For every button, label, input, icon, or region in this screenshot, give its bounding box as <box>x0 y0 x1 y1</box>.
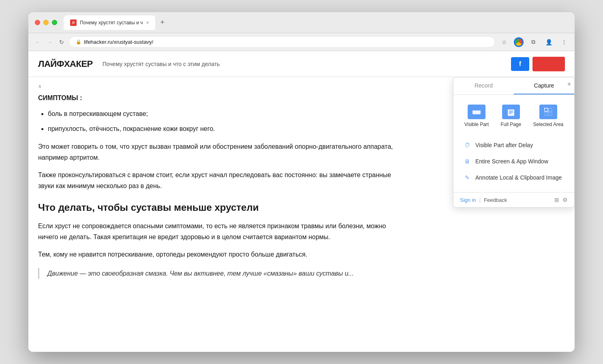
fb-icon: f <box>519 60 521 68</box>
tab-bar: Л Почему хрустят суставы и ч × + <box>64 15 568 30</box>
article-para-3: Если хруст не сопровождается опасными си… <box>38 221 408 242</box>
sign-in-link[interactable]: Sign in <box>460 197 476 203</box>
symptoms-section: СИМПТОМЫ : боль в потрескивающем суставе… <box>38 92 408 135</box>
refresh-button[interactable]: ↻ <box>58 37 66 47</box>
menu-annotate-label: Annotate Local & Clipboard Image <box>475 174 562 181</box>
visible-part-label: Visible Part <box>464 122 489 127</box>
url-bar[interactable]: 🔒 lifehacker.ru/xrustyat-sustavy/ <box>69 36 495 48</box>
annotate-icon: ✎ <box>463 173 471 182</box>
tab-favicon: Л <box>70 19 77 26</box>
capture-selected-area[interactable]: Selected Area <box>530 101 567 131</box>
svg-rect-8 <box>545 108 548 111</box>
site-tagline: Почему хрустят суставы и что с этим дела… <box>103 61 511 67</box>
svg-rect-1 <box>473 109 481 110</box>
svg-rect-10 <box>545 112 548 116</box>
maximize-traffic-light[interactable] <box>52 20 57 25</box>
svg-rect-11 <box>549 112 552 116</box>
menu-entire-screen-label: Entire Screen & App Window <box>475 158 548 165</box>
symptom-item-1: боль в потрескивающем суставе; <box>48 108 408 119</box>
chrome-icon <box>514 37 524 47</box>
quote-block: Движение — это своеобразная смазка. Чем … <box>38 268 408 279</box>
forward-button[interactable]: → <box>45 37 54 47</box>
article-para-4: Тем, кому не нравится потрескивание, орт… <box>38 249 408 260</box>
menu-annotate[interactable]: ✎ Annotate Local & Clipboard Image <box>460 169 568 186</box>
site-header: ЛАЙФХАКЕР Почему хрустят суставы и что с… <box>28 51 575 77</box>
delay-icon: ⏱ <box>463 141 471 149</box>
symptom-item-2: припухлость, отёчность, покраснение кожи… <box>48 123 408 134</box>
chevron-up-icon: ∧ <box>38 84 42 89</box>
capture-full-page[interactable]: Full Page <box>498 101 525 131</box>
article-para-1: Это может говорить о том, что хруст вызв… <box>38 141 408 163</box>
tab-capture[interactable]: Capture <box>514 77 574 94</box>
panel-body: Visible Part <box>453 95 574 192</box>
traffic-lights <box>35 20 57 25</box>
active-tab[interactable]: Л Почему хрустят суставы и ч × <box>64 15 155 30</box>
feedback-link[interactable]: Feedback <box>484 197 551 203</box>
url-text: lifehacker.ru/xrustyat-sustavy/ <box>84 39 153 45</box>
selected-area-label: Selected Area <box>533 122 564 127</box>
visible-part-icon-box <box>468 105 485 119</box>
collapse-button[interactable]: ∧ <box>38 84 408 89</box>
facebook-button[interactable]: f <box>511 57 529 71</box>
menu-icon[interactable]: ⋮ <box>558 36 570 48</box>
svg-rect-4 <box>508 108 514 109</box>
article-para-2: Также проконсультироваться с врачом стои… <box>38 169 408 191</box>
red-button[interactable] <box>532 57 565 71</box>
site-logo: ЛАЙФХАКЕР <box>38 59 93 69</box>
article-heading-2: Что делать, чтобы суставы меньше хрустел… <box>38 201 408 214</box>
tab-close-button[interactable]: × <box>146 20 149 26</box>
footer-divider: | <box>479 197 481 203</box>
panel-tabs: Record Capture <box>453 77 574 95</box>
toolbar-icons: ☆ ⧉ 👤 ⋮ <box>498 36 570 48</box>
extensions-icon[interactable]: ⧉ <box>528 36 539 48</box>
full-page-icon-box <box>502 105 520 119</box>
selected-area-icon <box>543 107 553 117</box>
content-area: ∧ СИМПТОМЫ : боль в потрескивающем суста… <box>28 77 575 352</box>
close-traffic-light[interactable] <box>35 20 40 25</box>
visible-part-icon <box>472 107 481 117</box>
svg-rect-9 <box>549 108 552 111</box>
profile-icon[interactable]: 👤 <box>543 36 554 48</box>
menu-entire-screen[interactable]: 🖥 Entire Screen & App Window <box>460 153 568 169</box>
new-tab-button[interactable]: + <box>158 17 166 28</box>
star-icon[interactable]: ☆ <box>498 36 510 48</box>
lock-icon: 🔒 <box>76 39 81 45</box>
full-page-label: Full Page <box>501 122 522 127</box>
gallery-icon[interactable]: ⊞ <box>554 197 559 203</box>
capture-options: Visible Part <box>460 101 568 131</box>
menu-visible-after-delay[interactable]: ⏱ Visible Part after Delay <box>460 137 568 153</box>
screen-icon: 🖥 <box>463 157 471 165</box>
article-content: ∧ СИМПТОМЫ : боль в потрескивающем суста… <box>28 77 417 352</box>
quote-text: Движение — это своеобразная смазка. Чем … <box>47 268 408 279</box>
panel-footer: Sign in | Feedback ⊞ ⚙ <box>453 192 574 207</box>
browser-window: Л Почему хрустят суставы и ч × + ← → ↻ 🔒… <box>28 12 575 352</box>
tab-title: Почему хрустят суставы и ч <box>80 20 143 26</box>
selected-area-icon-box <box>539 105 557 119</box>
capture-visible-part[interactable]: Visible Part <box>461 101 492 131</box>
minimize-traffic-light[interactable] <box>43 20 49 25</box>
symptoms-heading: СИМПТОМЫ : <box>38 92 408 103</box>
menu-visible-after-delay-label: Visible Part after Delay <box>475 142 533 148</box>
back-button[interactable]: ← <box>33 37 42 47</box>
title-bar: Л Почему хрустят суставы и ч × + <box>28 12 575 33</box>
panel-close-button[interactable]: × <box>567 81 571 88</box>
settings-icon[interactable]: ⚙ <box>562 197 568 203</box>
tab-record[interactable]: Record <box>453 77 514 94</box>
address-bar: ← → ↻ 🔒 lifehacker.ru/xrustyat-sustavy/ … <box>28 33 575 51</box>
full-page-icon <box>506 107 516 117</box>
lightshot-panel: × Record Capture <box>453 77 575 208</box>
